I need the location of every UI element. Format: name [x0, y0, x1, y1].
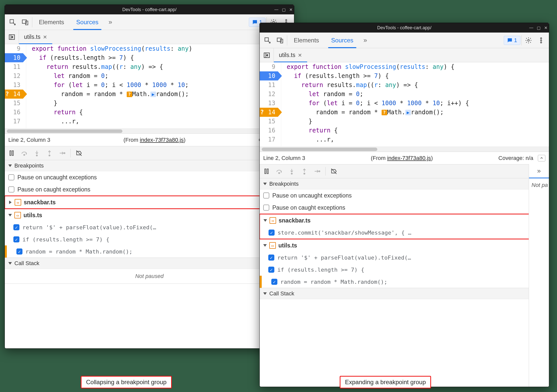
- step-icon[interactable]: [56, 147, 68, 159]
- gutter-14-conditional-breakpoint[interactable]: 14: [260, 108, 278, 117]
- expand-sidebar-icon[interactable]: »: [529, 164, 549, 178]
- expand-drawer-icon[interactable]: [538, 155, 545, 161]
- gutter-10-breakpoint[interactable]: 10: [5, 53, 23, 62]
- navigator-toggle-icon[interactable]: [260, 48, 274, 62]
- device-toolbar-icon[interactable]: [19, 16, 31, 28]
- step-over-icon[interactable]: [273, 165, 285, 177]
- inspect-icon[interactable]: [7, 16, 18, 28]
- maximize-button[interactable]: ▢: [537, 25, 541, 30]
- gutter-17[interactable]: 17: [5, 117, 23, 126]
- minimize-button[interactable]: —: [529, 25, 533, 30]
- gutter-15[interactable]: 15: [5, 99, 23, 108]
- close-button[interactable]: ✕: [289, 7, 293, 12]
- more-tabs-icon[interactable]: »: [105, 18, 116, 26]
- maximize-button[interactable]: ▢: [282, 7, 286, 12]
- settings-icon[interactable]: [523, 35, 534, 46]
- tab-sources[interactable]: Sources: [326, 33, 359, 48]
- file-tab-utils[interactable]: utils.ts ✕: [19, 30, 52, 44]
- step-into-icon[interactable]: [31, 147, 43, 159]
- callstack-header[interactable]: Call Stack: [5, 258, 294, 269]
- breakpoint-row-conditional[interactable]: random = random * Math.random(); 14: [5, 245, 294, 258]
- gutter-9[interactable]: 9: [260, 62, 278, 71]
- sourcemap-link[interactable]: index-73f73a80.js: [140, 137, 184, 143]
- breakpoint-row[interactable]: if (results.length >= 7) { 10: [260, 264, 549, 276]
- gutter-16[interactable]: 16: [260, 126, 278, 135]
- breakpoints-header[interactable]: Breakpoints: [260, 178, 549, 189]
- more-tabs-icon[interactable]: »: [360, 36, 370, 44]
- deactivate-breakpoints-icon[interactable]: [328, 165, 340, 177]
- kebab-menu-icon[interactable]: [535, 35, 547, 46]
- breakpoint-group-snackbar-collapsed[interactable]: ‹› snackbar.ts: [5, 196, 294, 208]
- tab-sources[interactable]: Sources: [71, 14, 104, 30]
- pause-caught-row[interactable]: Pause on caught exceptions: [5, 183, 294, 195]
- gutter-13[interactable]: 13: [5, 80, 23, 90]
- breakpoint-group-utils-expanded[interactable]: ‹› utils.ts: [5, 209, 294, 221]
- code-content[interactable]: export function slowProcessing(results: …: [26, 44, 294, 128]
- gutter-13[interactable]: 13: [260, 99, 278, 108]
- pause-uncaught-row[interactable]: Pause on uncaught exceptions: [260, 189, 549, 202]
- gutter-11[interactable]: 11: [260, 80, 278, 90]
- gutter-16[interactable]: 16: [5, 108, 23, 117]
- inspect-icon[interactable]: [262, 35, 273, 46]
- issues-badge[interactable]: 1: [504, 36, 520, 45]
- checkbox-unchecked[interactable]: [263, 192, 269, 199]
- close-icon[interactable]: ✕: [298, 52, 302, 58]
- gutter-17[interactable]: 17: [260, 135, 278, 144]
- close-icon[interactable]: ✕: [43, 34, 47, 40]
- pause-icon[interactable]: [6, 147, 17, 159]
- pause-caught-row[interactable]: Pause on caught exceptions: [260, 202, 549, 214]
- checkbox-checked[interactable]: [268, 255, 274, 261]
- gutter-15[interactable]: 15: [260, 117, 278, 126]
- deactivate-breakpoints-icon[interactable]: [73, 147, 85, 159]
- step-into-icon[interactable]: [286, 165, 298, 177]
- checkbox-unchecked[interactable]: [8, 186, 14, 192]
- breakpoint-row-conditional[interactable]: random = random * Math.random(); 14: [260, 276, 549, 288]
- horizontal-scrollbar[interactable]: [5, 128, 294, 133]
- step-icon[interactable]: [311, 165, 323, 177]
- gutter-9[interactable]: 9: [5, 44, 23, 53]
- tab-elements[interactable]: Elements: [33, 14, 70, 30]
- breakpoints-pane: Breakpoints Pause on uncaught exceptions…: [260, 178, 549, 288]
- horizontal-scrollbar[interactable]: [260, 147, 549, 152]
- gutter-14-conditional-breakpoint[interactable]: 14: [5, 90, 23, 99]
- svg-point-18: [541, 38, 542, 39]
- highlight-collapsed-group: ‹› snackbar.ts: [5, 195, 294, 209]
- checkbox-checked[interactable]: [13, 236, 19, 242]
- breakpoint-group-utils-expanded[interactable]: ‹› utils.ts: [260, 239, 549, 251]
- tab-elements[interactable]: Elements: [288, 33, 325, 48]
- breakpoint-row[interactable]: return '$' + parseFloat(value).toFixed(……: [260, 251, 549, 264]
- code-content[interactable]: export function slowProcessing(results: …: [281, 62, 549, 147]
- navigator-toggle-icon[interactable]: [5, 30, 19, 44]
- checkbox-checked[interactable]: [268, 267, 274, 273]
- gutter-12[interactable]: 12: [260, 90, 278, 99]
- pause-icon[interactable]: [261, 165, 272, 177]
- sourcemap-link[interactable]: index-73f73a80.js: [387, 155, 431, 161]
- callstack-header[interactable]: Call Stack: [260, 288, 549, 299]
- close-button[interactable]: ✕: [544, 25, 547, 30]
- checkbox-checked[interactable]: [13, 224, 19, 230]
- checkbox-checked[interactable]: [16, 248, 22, 255]
- gutter-10-breakpoint[interactable]: 10: [260, 71, 278, 80]
- file-tab-utils[interactable]: utils.ts ✕: [274, 48, 307, 62]
- breakpoint-row[interactable]: if (results.length >= 7) { 10: [5, 233, 294, 245]
- breakpoint-row[interactable]: return '$' + parseFloat(value).toFixed(……: [5, 221, 294, 233]
- minimize-button[interactable]: —: [274, 7, 278, 12]
- checkbox-checked[interactable]: [271, 279, 277, 285]
- step-out-icon[interactable]: [44, 147, 55, 159]
- chevron-down-icon: [263, 292, 267, 295]
- step-out-icon[interactable]: [299, 165, 310, 177]
- device-toolbar-icon[interactable]: [274, 35, 286, 46]
- checkbox-unchecked[interactable]: [263, 205, 269, 211]
- gutter-12[interactable]: 12: [5, 71, 23, 80]
- checkbox-unchecked[interactable]: [8, 174, 14, 180]
- step-over-icon[interactable]: [18, 147, 30, 159]
- ts-file-icon: ‹›: [15, 199, 21, 206]
- breakpoints-header[interactable]: Breakpoints: [5, 160, 294, 171]
- chevron-down-icon: [263, 219, 267, 222]
- conditional-marker-icon: ?: [382, 110, 387, 115]
- checkbox-checked[interactable]: [269, 230, 275, 236]
- breakpoint-row[interactable]: store.commit('snackbar/showMessage', { ……: [260, 227, 549, 239]
- pause-uncaught-row[interactable]: Pause on uncaught exceptions: [5, 171, 294, 183]
- gutter-11[interactable]: 11: [5, 62, 23, 71]
- breakpoint-group-snackbar-expanded[interactable]: ‹› snackbar.ts: [260, 214, 549, 227]
